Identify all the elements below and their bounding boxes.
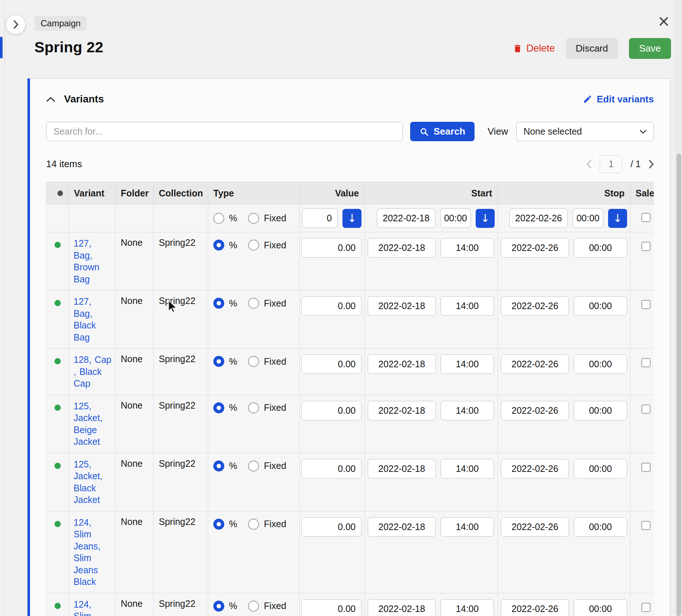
start-date-input[interactable]	[368, 296, 436, 316]
edit-variants-label: Edit variants	[597, 94, 654, 105]
variant-link[interactable]: 128, Cap , Black Cap	[69, 354, 115, 395]
stop-time-input[interactable]	[574, 238, 627, 258]
collapse-section-button[interactable]	[46, 97, 55, 102]
delete-label: Delete	[527, 43, 555, 54]
variant-link[interactable]: 125, Jacket, Black Jacket	[69, 458, 115, 511]
folder-cell: None	[116, 395, 154, 453]
fixed-radio[interactable]	[248, 356, 259, 367]
sale-checkbox[interactable]	[641, 603, 651, 612]
fixed-radio[interactable]	[248, 298, 259, 309]
apply-start-down-icon[interactable]: ↓	[476, 209, 495, 228]
percent-radio[interactable]	[213, 240, 224, 251]
variant-link[interactable]: 125, Jacket, Beige Jacket	[69, 400, 115, 453]
select-all-indicator[interactable]	[57, 191, 63, 196]
fixed-radio[interactable]	[248, 461, 259, 472]
variant-link[interactable]: 124, Slim Jeans,	[69, 598, 115, 616]
percent-radio[interactable]	[213, 601, 224, 612]
filter-stop-time-input[interactable]	[573, 209, 603, 228]
percent-radio[interactable]	[213, 356, 224, 367]
percent-radio[interactable]	[213, 519, 224, 530]
percent-radio[interactable]	[213, 461, 224, 472]
fixed-radio[interactable]	[248, 519, 259, 530]
start-time-input[interactable]	[441, 599, 494, 616]
value-input[interactable]	[301, 354, 361, 374]
stop-date-input[interactable]	[501, 459, 569, 478]
stop-date-input[interactable]	[501, 296, 569, 316]
close-icon[interactable]: ×	[656, 13, 672, 29]
stop-time-input[interactable]	[574, 459, 627, 478]
filter-percent-radio[interactable]	[213, 213, 224, 224]
start-time-input[interactable]	[441, 354, 494, 374]
col-stop: Stop	[498, 182, 630, 204]
stop-date-input[interactable]	[501, 238, 569, 258]
items-count: 14 items	[46, 158, 82, 170]
stop-time-input[interactable]	[574, 354, 627, 374]
value-input[interactable]	[301, 401, 361, 420]
stop-time-input[interactable]	[574, 401, 627, 420]
start-time-input[interactable]	[441, 401, 494, 420]
search-input[interactable]	[46, 122, 403, 141]
table-row: 128, Cap , Black Cap None Spring22 % Fix…	[46, 349, 654, 395]
value-input[interactable]	[301, 459, 361, 478]
fixed-radio[interactable]	[248, 240, 259, 251]
discard-button[interactable]: Discard	[566, 38, 618, 59]
start-time-input[interactable]	[441, 459, 494, 478]
stop-date-input[interactable]	[501, 599, 569, 616]
filter-start-date-input[interactable]	[377, 209, 435, 228]
start-date-input[interactable]	[368, 401, 436, 420]
bulk-filter-row: % Fixed ↓	[46, 204, 654, 232]
start-date-input[interactable]	[368, 238, 436, 258]
prev-page-icon[interactable]	[587, 160, 592, 169]
filter-percent-label: %	[229, 213, 237, 224]
value-input[interactable]	[301, 296, 361, 316]
value-input[interactable]	[301, 599, 361, 616]
start-time-input[interactable]	[441, 238, 494, 258]
view-select-value: None selected	[524, 126, 582, 137]
fixed-radio[interactable]	[248, 402, 259, 413]
value-input[interactable]	[301, 238, 361, 258]
variant-link[interactable]: 127, Bag, Black Bag	[69, 296, 115, 348]
start-date-input[interactable]	[368, 599, 436, 616]
stop-date-input[interactable]	[501, 401, 569, 420]
percent-radio[interactable]	[213, 298, 224, 309]
save-button[interactable]: Save	[629, 38, 671, 59]
stop-date-input[interactable]	[501, 517, 569, 537]
start-date-input[interactable]	[368, 459, 436, 478]
next-page-icon[interactable]	[649, 160, 654, 169]
sale-checkbox[interactable]	[641, 242, 651, 251]
delete-button[interactable]: Delete	[513, 38, 555, 59]
apply-stop-down-icon[interactable]: ↓	[608, 209, 627, 228]
variant-link[interactable]: 124, Slim Jeans, Slim Jeans Black	[69, 517, 115, 593]
sale-checkbox[interactable]	[641, 358, 651, 367]
filter-value-input[interactable]	[302, 209, 338, 228]
sale-checkbox[interactable]	[641, 521, 651, 530]
filter-start-time-input[interactable]	[440, 209, 471, 228]
start-time-input[interactable]	[441, 296, 494, 316]
scrollbar-thumb[interactable]	[677, 154, 681, 616]
view-select[interactable]: None selected	[516, 122, 654, 141]
search-button[interactable]: Search	[410, 122, 475, 141]
variant-link[interactable]: 127, Bag, Brown Bag	[69, 237, 115, 290]
sale-checkbox[interactable]	[641, 300, 651, 309]
stop-time-input[interactable]	[574, 296, 627, 316]
stop-time-input[interactable]	[574, 517, 627, 537]
value-input[interactable]	[301, 517, 361, 537]
sale-checkbox[interactable]	[641, 405, 651, 414]
stop-time-input[interactable]	[574, 599, 627, 616]
edit-variants-link[interactable]: Edit variants	[583, 94, 654, 105]
status-dot	[55, 358, 61, 364]
percent-radio[interactable]	[213, 402, 224, 413]
expand-panel-button[interactable]	[6, 15, 26, 34]
start-time-input[interactable]	[441, 517, 494, 537]
stop-date-input[interactable]	[501, 354, 569, 374]
filter-stop-date-input[interactable]	[509, 209, 568, 228]
filter-fixed-radio[interactable]	[248, 213, 259, 224]
sale-checkbox[interactable]	[641, 463, 651, 472]
page-number-box[interactable]: 1	[600, 155, 622, 173]
apply-value-down-icon[interactable]: ↓	[342, 209, 361, 228]
fixed-radio[interactable]	[248, 601, 259, 612]
start-date-input[interactable]	[368, 517, 436, 537]
table-row: 125, Jacket, Beige Jacket None Spring22 …	[46, 395, 654, 453]
start-date-input[interactable]	[368, 354, 436, 374]
filter-sale-checkbox[interactable]	[641, 213, 651, 222]
